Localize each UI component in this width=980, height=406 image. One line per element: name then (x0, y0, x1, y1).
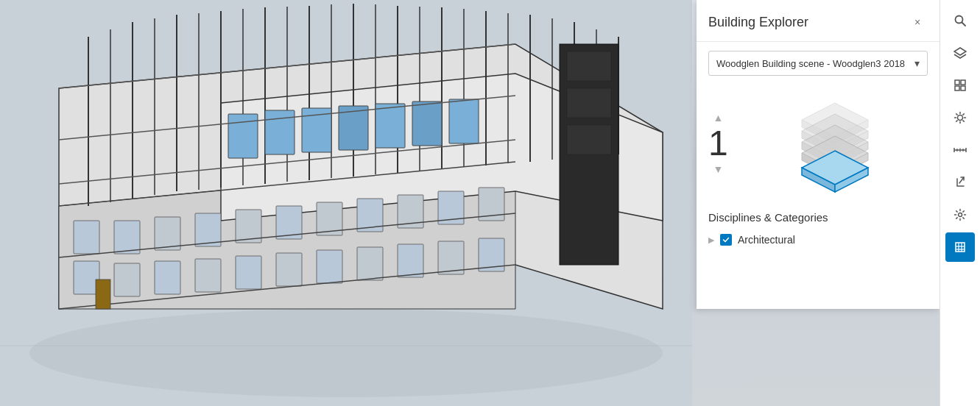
floor-number: 1 (708, 126, 728, 161)
svg-rect-25 (438, 241, 464, 274)
svg-line-98 (956, 114, 957, 115)
share-icon (953, 176, 967, 189)
svg-line-100 (963, 114, 964, 115)
svg-rect-91 (955, 86, 959, 90)
svg-rect-7 (155, 217, 180, 250)
svg-rect-59 (376, 104, 405, 148)
disciplines-title: Disciplines & Categories (708, 211, 928, 224)
svg-rect-61 (449, 99, 479, 143)
building-icon (953, 241, 967, 254)
panel-header: Building Explorer × (697, 0, 940, 42)
svg-rect-23 (357, 247, 383, 280)
svg-rect-6 (114, 221, 140, 254)
svg-rect-60 (412, 102, 442, 146)
building-illustration (0, 0, 692, 406)
svg-rect-8 (195, 213, 221, 246)
svg-rect-18 (155, 261, 180, 294)
floor-counter: ▲ 1 ▼ (708, 113, 728, 174)
measure-button[interactable] (945, 135, 975, 165)
building-explorer-panel: Building Explorer × Woodglen Building sc… (697, 0, 940, 309)
brightness-icon (953, 111, 967, 124)
svg-line-108 (959, 177, 964, 183)
svg-rect-22 (317, 250, 342, 283)
discipline-architectural-label: Architectural (738, 234, 795, 246)
settings-icon (953, 208, 967, 221)
svg-rect-66 (96, 279, 110, 309)
layers-button[interactable] (945, 38, 975, 68)
floor-stack-illustration (743, 92, 928, 195)
svg-rect-24 (398, 244, 423, 277)
svg-rect-5 (74, 221, 99, 254)
dropdown-arrow-icon: ▾ (914, 57, 920, 69)
svg-marker-88 (954, 48, 966, 55)
settings-button[interactable] (945, 200, 975, 229)
scene-value: Woodglen Building scene - Woodglen3 2018 (716, 58, 905, 69)
checkmark-icon (722, 236, 730, 243)
svg-rect-65 (567, 125, 611, 154)
search-button[interactable] (945, 6, 975, 35)
svg-rect-90 (961, 80, 965, 85)
measure-icon (953, 143, 967, 157)
svg-rect-19 (195, 259, 221, 292)
right-toolbar (940, 0, 980, 406)
scene-selector[interactable]: Woodglen Building scene - Woodglen3 2018… (708, 51, 928, 76)
grid-icon (953, 79, 967, 92)
svg-rect-110 (956, 243, 965, 252)
discipline-architectural-item[interactable]: ▶ Architectural (708, 231, 928, 249)
svg-line-99 (963, 121, 964, 121)
svg-rect-89 (955, 80, 959, 85)
svg-point-1 (29, 309, 663, 397)
svg-rect-92 (961, 86, 965, 90)
panel-close-button[interactable]: × (907, 12, 928, 32)
svg-line-87 (962, 23, 966, 26)
svg-rect-21 (276, 253, 302, 286)
floor-down-arrow[interactable]: ▼ (713, 164, 723, 174)
share-button[interactable] (945, 168, 975, 197)
discipline-expand-icon[interactable]: ▶ (708, 235, 714, 245)
svg-rect-63 (567, 51, 611, 81)
svg-rect-20 (236, 256, 261, 289)
brightness-button[interactable] (945, 103, 975, 132)
svg-rect-17 (114, 263, 140, 296)
search-icon (953, 14, 967, 27)
grid-button[interactable] (945, 71, 975, 100)
layers-icon (953, 46, 967, 60)
disciplines-section: Disciplines & Categories ▶ Architectural (697, 202, 940, 257)
panel-title: Building Explorer (708, 15, 808, 30)
svg-point-109 (959, 213, 962, 217)
svg-line-101 (956, 121, 957, 121)
floor-section: ▲ 1 ▼ (697, 85, 940, 202)
svg-point-93 (958, 115, 963, 121)
svg-rect-64 (567, 88, 611, 118)
discipline-checkbox-architectural[interactable] (720, 234, 732, 246)
floor-up-arrow[interactable]: ▲ (713, 113, 723, 123)
building-explorer-button[interactable] (945, 232, 975, 262)
